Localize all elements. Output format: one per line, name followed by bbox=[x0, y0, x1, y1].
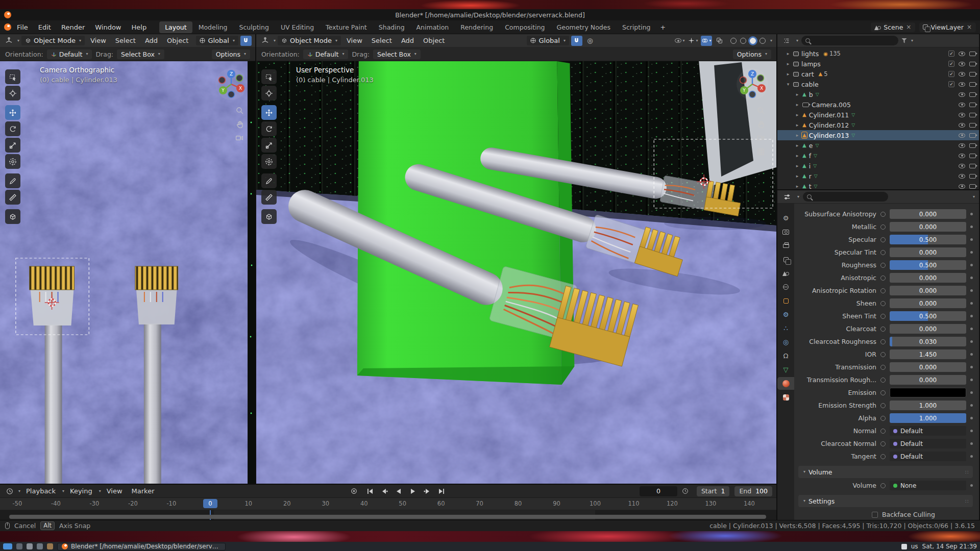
outliner-row-cable[interactable]: ▾ cable ✓ bbox=[777, 79, 979, 89]
normal-input-dropdown[interactable]: Default bbox=[890, 426, 966, 436]
menu-select[interactable]: Select bbox=[112, 36, 139, 45]
options-dropdown[interactable]: Options▾ bbox=[733, 49, 771, 59]
outliner-row-b[interactable]: ▸▲ b ▽ bbox=[777, 89, 979, 99]
tab-scripting[interactable]: Scripting bbox=[617, 21, 656, 33]
hide-eye-icon[interactable] bbox=[959, 72, 965, 77]
tab-shading[interactable]: Shading bbox=[373, 21, 410, 33]
render-visibility-icon[interactable] bbox=[969, 174, 976, 179]
emission-color-swatch[interactable] bbox=[890, 388, 966, 397]
frame-start-field[interactable]: Start1 bbox=[697, 486, 730, 496]
menu-object[interactable]: Object bbox=[163, 36, 192, 45]
snap-toggle[interactable] bbox=[240, 36, 252, 46]
property-slider[interactable]: 1.000 bbox=[890, 413, 966, 423]
exclude-checkbox[interactable]: ✓ bbox=[948, 61, 954, 67]
shading-solid-button[interactable] bbox=[740, 38, 746, 44]
property-slider[interactable]: 0.000 bbox=[890, 247, 966, 257]
decorator-icon[interactable] bbox=[880, 301, 886, 306]
decorator-icon[interactable] bbox=[880, 288, 886, 293]
properties-tab-view-layer[interactable] bbox=[777, 253, 794, 266]
grid-toggle-icon[interactable] bbox=[756, 147, 765, 156]
mode-selector[interactable]: Object Mode▾ bbox=[21, 36, 85, 45]
animate-dot[interactable] bbox=[970, 379, 973, 381]
tab-compositing[interactable]: Compositing bbox=[499, 21, 550, 33]
shading-material-preview-button[interactable] bbox=[750, 38, 756, 44]
property-slider[interactable]: 0.000 bbox=[890, 222, 966, 232]
transform-orientation-dropdown[interactable]: Global▾ bbox=[196, 36, 238, 45]
disclosure-icon[interactable]: ▸ bbox=[786, 61, 791, 66]
property-slider[interactable]: 0.000 bbox=[890, 362, 966, 372]
outliner-row-e[interactable]: ▸▲ e ▽ bbox=[777, 140, 979, 151]
pan-hand-icon[interactable] bbox=[235, 120, 244, 129]
orientation-dropdown[interactable]: Default▾ bbox=[47, 49, 92, 59]
hide-eye-icon[interactable] bbox=[959, 82, 965, 87]
property-slider[interactable]: 0.000 bbox=[890, 375, 966, 385]
disclosure-icon[interactable]: ▸ bbox=[786, 71, 791, 77]
animate-dot[interactable] bbox=[970, 366, 973, 368]
gizmo-z-label[interactable]: Z bbox=[230, 71, 233, 77]
decorator-icon[interactable] bbox=[880, 263, 886, 268]
disclosure-icon[interactable]: ▸ bbox=[795, 102, 800, 107]
decorator-icon[interactable] bbox=[880, 327, 886, 332]
animate-dot[interactable] bbox=[970, 455, 973, 458]
disclosure-icon[interactable]: ▸ bbox=[795, 92, 800, 97]
decorator-icon[interactable] bbox=[880, 314, 886, 319]
properties-editor-icon[interactable] bbox=[781, 192, 793, 202]
decorator-icon[interactable] bbox=[880, 416, 886, 421]
scale-tool[interactable] bbox=[261, 138, 277, 153]
scale-tool[interactable] bbox=[5, 138, 20, 153]
navigation-gizmo[interactable]: Z X Y bbox=[736, 67, 769, 101]
properties-tab-tool[interactable]: ⚙ bbox=[777, 212, 794, 224]
show-object-types-dropdown[interactable]: ▾ bbox=[674, 36, 685, 46]
property-slider[interactable]: 0.500 bbox=[890, 260, 966, 270]
animate-dot[interactable] bbox=[970, 353, 973, 356]
menu-view[interactable]: View bbox=[343, 36, 366, 45]
decorator-icon[interactable] bbox=[880, 483, 886, 488]
exclude-checkbox[interactable]: ✓ bbox=[948, 71, 954, 77]
rotate-tool[interactable] bbox=[261, 121, 277, 136]
decorator-icon[interactable] bbox=[880, 365, 886, 370]
auto-keyframe-toggle[interactable] bbox=[348, 487, 360, 496]
tab-layout[interactable]: Layout bbox=[159, 21, 192, 33]
remove-view-layer-icon[interactable]: × bbox=[966, 23, 972, 31]
3d-viewport-perspective-canvas[interactable]: User Perspective (0) cable | Cylinder.01… bbox=[256, 61, 776, 484]
disclosure-icon[interactable]: ▸ bbox=[795, 153, 800, 158]
move-tool[interactable] bbox=[5, 105, 20, 120]
mode-selector[interactable]: Object Mode▾ bbox=[278, 36, 341, 45]
animate-dot[interactable] bbox=[970, 302, 973, 305]
property-slider[interactable]: 0.500 bbox=[890, 235, 966, 244]
blender-menu-icon[interactable] bbox=[4, 23, 11, 31]
property-slider[interactable]: 0.000 bbox=[890, 209, 966, 219]
decorator-icon[interactable] bbox=[880, 403, 886, 408]
shading-wireframe-button[interactable] bbox=[730, 38, 737, 44]
properties-tab-render[interactable] bbox=[777, 226, 794, 238]
select-box-tool[interactable] bbox=[5, 69, 20, 84]
properties-tab-object-data[interactable]: ▽ bbox=[777, 363, 794, 376]
outliner-row-t[interactable]: ▸▲ t ▽ bbox=[777, 181, 979, 189]
tab-geometry-nodes[interactable]: Geometry Nodes bbox=[551, 21, 616, 33]
animate-dot[interactable] bbox=[970, 264, 973, 266]
properties-tab-particles[interactable]: ∴ bbox=[777, 322, 794, 335]
hide-eye-icon[interactable] bbox=[959, 113, 965, 117]
tangent-input-dropdown[interactable]: Default bbox=[890, 452, 966, 461]
disclosure-icon[interactable]: ▸ bbox=[795, 173, 800, 179]
proportional-edit-toggle[interactable]: ◎ bbox=[254, 36, 255, 46]
property-slider[interactable]: 0.500 bbox=[890, 311, 966, 321]
decorator-icon[interactable] bbox=[880, 276, 886, 281]
menu-help[interactable]: Help bbox=[127, 22, 152, 33]
preview-range-clock-icon[interactable] bbox=[679, 487, 692, 496]
gizmos-dropdown[interactable]: ▾ bbox=[688, 36, 699, 46]
snap-toggle[interactable] bbox=[571, 36, 582, 46]
animate-dot[interactable] bbox=[970, 417, 973, 419]
decorator-icon[interactable] bbox=[880, 378, 886, 383]
timeline-scrollbar[interactable] bbox=[0, 515, 776, 519]
rotate-tool[interactable] bbox=[5, 121, 20, 136]
render-visibility-icon[interactable] bbox=[969, 123, 976, 128]
proportional-edit-toggle[interactable]: ◎ bbox=[584, 36, 596, 46]
animate-dot[interactable] bbox=[970, 430, 973, 432]
outliner-row-r[interactable]: ▸▲ r ▽ bbox=[777, 171, 979, 181]
properties-tab-constraints[interactable]: Ω bbox=[777, 349, 794, 362]
decorator-icon[interactable] bbox=[880, 237, 886, 242]
menu-add[interactable]: Add bbox=[141, 36, 161, 45]
hide-eye-icon[interactable] bbox=[959, 174, 965, 179]
volume-section-header[interactable]: ▾Volume∷ bbox=[798, 466, 973, 478]
